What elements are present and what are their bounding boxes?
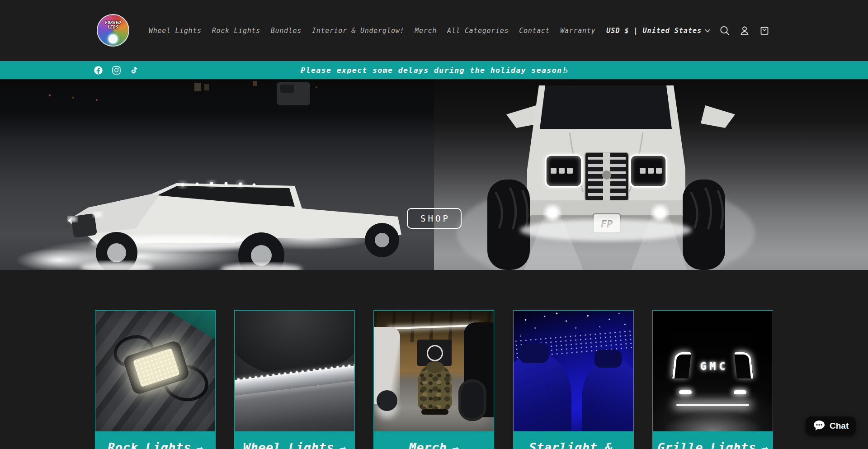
chevron-down-icon (705, 29, 710, 33)
grille-lights-image: GMC (653, 311, 773, 431)
chat-label: Chat (830, 421, 849, 431)
hero-image-right-truck: FP (434, 79, 868, 270)
storefront-page: FORGED LEDS Wheel Lights Rock Lights Bun… (0, 0, 868, 449)
facebook-icon[interactable] (94, 66, 103, 75)
nav-item-interior-underglow[interactable]: Interior & Underglow! (312, 27, 404, 35)
nav-item-rock-lights[interactable]: Rock Lights (212, 27, 260, 35)
category-card-rock-lights[interactable]: Rock Lights→ (95, 310, 216, 449)
hero-banner: FP SHOP (0, 79, 868, 270)
hero-image-left-truck (0, 79, 434, 270)
search-button[interactable] (715, 21, 735, 41)
category-title: Merch (409, 440, 447, 449)
announcement-message: Please expect some delays during the hol… (301, 66, 567, 75)
arrow-right-icon: → (761, 442, 768, 449)
cart-button[interactable] (755, 21, 774, 41)
site-header: FORGED LEDS Wheel Lights Rock Lights Bun… (0, 0, 868, 61)
arrow-right-icon: → (340, 442, 346, 449)
shop-button[interactable]: SHOP (407, 208, 462, 229)
rock-lights-image (95, 311, 215, 431)
category-title: Grille Lights (657, 440, 756, 449)
nav-item-merch[interactable]: Merch (415, 27, 437, 35)
nav-item-contact[interactable]: Contact (519, 27, 550, 35)
category-card-starlight[interactable]: Starlight & (513, 310, 634, 449)
arrow-right-icon: → (196, 442, 203, 449)
nav-item-wheel-lights[interactable]: Wheel Lights (149, 27, 202, 35)
chat-bubble-icon (813, 420, 826, 433)
account-icon (739, 25, 750, 37)
card-footer: Wheel Lights→ (235, 431, 354, 449)
main-nav: Wheel Lights Rock Lights Bundles Interio… (149, 0, 595, 61)
merch-image (374, 311, 494, 431)
wheel-lights-image (235, 311, 354, 431)
category-card-merch[interactable]: Merch→ (373, 310, 494, 449)
starlight-interior-image (514, 311, 633, 431)
announcement-bar: ‹ Please expect some delays during the h… (0, 61, 868, 79)
nav-item-bundles[interactable]: Bundles (271, 27, 302, 35)
cart-bag-icon (759, 25, 770, 37)
store-logo[interactable]: FORGED LEDS (97, 14, 129, 47)
localization-selector[interactable]: USD $ | United States (606, 27, 710, 35)
header-actions: USD $ | United States (606, 0, 774, 61)
gmc-grille-text: GMC (653, 360, 773, 372)
category-card-grille-lights[interactable]: GMC Grille Lights→ (652, 310, 773, 449)
announcement-next-button[interactable]: › (559, 61, 574, 79)
category-title: Wheel Lights (243, 440, 334, 449)
arrow-right-icon: → (452, 442, 458, 449)
category-title: Rock Lights (108, 440, 191, 449)
social-links (94, 61, 139, 79)
card-footer: Rock Lights→ (95, 431, 215, 449)
announcement-prev-button[interactable]: ‹ (294, 61, 309, 79)
card-footer: Grille Lights→ (653, 431, 773, 449)
chat-button[interactable]: Chat (806, 416, 856, 435)
search-icon (719, 25, 731, 37)
account-button[interactable] (735, 21, 755, 41)
category-grid: Rock Lights→ Wheel Lights→ (0, 310, 868, 449)
card-footer: Starlight & (514, 431, 633, 449)
localization-label: USD $ | United States (606, 27, 702, 35)
card-footer: Merch→ (374, 431, 494, 449)
tiktok-icon[interactable] (130, 66, 139, 75)
category-card-wheel-lights[interactable]: Wheel Lights→ (234, 310, 355, 449)
nav-item-all-categories[interactable]: All Categories (447, 27, 509, 35)
store-logo-text: FORGED LEDS (98, 20, 128, 29)
category-title: Starlight & (529, 440, 612, 449)
instagram-icon[interactable] (112, 66, 121, 75)
nav-item-warranty[interactable]: Warranty (560, 27, 595, 35)
